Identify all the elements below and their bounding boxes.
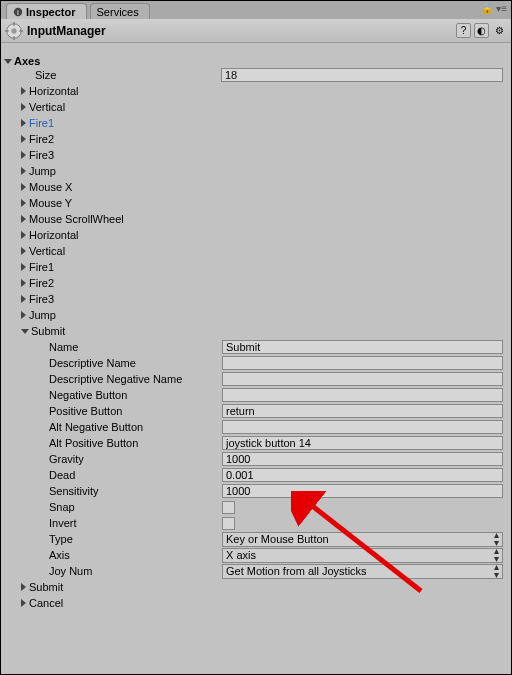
type-dropdown[interactable]: Key or Mouse Button▴▾ [222,532,503,547]
invert-checkbox[interactable] [222,517,235,530]
foldout-closed-icon [21,167,26,175]
help-button[interactable]: ? [456,23,471,38]
axes-item-label: Fire1 [29,261,54,273]
descriptive-negative-name-field-label: Descriptive Negative Name [35,373,222,385]
svg-rect-4 [13,22,15,26]
foldout-closed-icon [21,87,26,95]
axes-item[interactable]: Vertical [3,243,505,259]
foldout-closed-icon [21,583,26,591]
foldout-closed-icon [21,199,26,207]
snap-checkbox-label: Snap [35,501,222,513]
negative-button-field[interactable] [222,388,503,402]
positive-button-field-label: Positive Button [35,405,222,417]
axes-item[interactable]: Mouse X [3,179,505,195]
descriptive-name-field-label: Descriptive Name [35,357,222,369]
axes-item[interactable]: Cancel [3,595,505,611]
dropdown-arrow-icon: ▴▾ [494,563,499,579]
lock-icon[interactable]: 🔒 [481,3,493,14]
axes-item-label: Vertical [29,101,65,113]
axes-item[interactable]: Fire2 [3,275,505,291]
axes-item[interactable]: Vertical [3,99,505,115]
axes-item-label: Cancel [29,597,63,609]
axes-item-label: Fire2 [29,277,54,289]
gravity-field-label: Gravity [35,453,222,465]
axes-item-label: Fire3 [29,293,54,305]
axes-item[interactable]: Mouse ScrollWheel [3,211,505,227]
tab-inspector[interactable]: i Inspector [6,3,87,19]
axes-item-label: Jump [29,165,56,177]
axes-item[interactable]: Fire3 [3,147,505,163]
axes-foldout[interactable]: Axes [3,55,505,67]
alt-positive-button-field[interactable] [222,436,503,450]
axes-item[interactable]: Fire1 [3,259,505,275]
sensitivity-field-label: Sensitivity [35,485,222,497]
descriptive-name-field[interactable] [222,356,503,370]
context-gear-button[interactable]: ⚙ [492,23,507,38]
axes-item-label: Mouse ScrollWheel [29,213,124,225]
axes-item[interactable]: Horizontal [3,83,505,99]
axes-item-label: Horizontal [29,229,79,241]
axes-item[interactable]: Mouse Y [3,195,505,211]
snap-checkbox[interactable] [222,501,235,514]
axes-item[interactable]: Fire2 [3,131,505,147]
axes-label: Axes [14,55,40,67]
size-input[interactable] [221,68,503,82]
alt-negative-button-field[interactable] [222,420,503,434]
type-dropdown-label: Type [35,533,222,545]
joynum-dropdown-label: Joy Num [35,565,222,577]
axes-item[interactable]: Fire1 [3,115,505,131]
tab-services[interactable]: Services [90,3,150,19]
component-title: InputManager [27,24,106,38]
axes-item[interactable]: Fire3 [3,291,505,307]
axes-item[interactable]: Jump [3,307,505,323]
axes-item[interactable]: Jump [3,163,505,179]
negative-button-field-label: Negative Button [35,389,222,401]
foldout-open-icon [21,329,29,334]
svg-point-3 [11,28,16,33]
foldout-closed-icon [21,295,26,303]
foldout-closed-icon [21,279,26,287]
panel-options-icon[interactable]: ▾≡ [496,3,507,14]
axes-list: HorizontalVerticalFire1Fire2Fire3JumpMou… [3,83,505,611]
sensitivity-field[interactable] [222,484,503,498]
svg-rect-7 [19,30,23,32]
panel-menu-icons[interactable]: 🔒 ▾≡ [481,3,507,14]
dead-field[interactable] [222,468,503,482]
axis-dropdown[interactable]: X axis▴▾ [222,548,503,563]
preset-icon: ◐ [477,25,486,36]
axes-item[interactable]: Submit [3,579,505,595]
axes-item-label: Submit [31,325,65,337]
foldout-closed-icon [21,135,26,143]
info-icon: i [13,7,23,17]
axes-item-label: Fire1 [29,117,54,129]
joynum-dropdown-value: Get Motion from all Joysticks [226,565,367,577]
foldout-open-icon [4,59,12,64]
component-header: InputManager ? ◐ ⚙ [1,19,511,43]
axes-item-label: Horizontal [29,85,79,97]
joynum-dropdown[interactable]: Get Motion from all Joysticks▴▾ [222,564,503,579]
foldout-closed-icon [21,263,26,271]
gravity-field[interactable] [222,452,503,466]
axis-dropdown-value: X axis [226,549,256,561]
dead-field-label: Dead [35,469,222,481]
axes-item-label: Submit [29,581,63,593]
svg-rect-5 [13,36,15,40]
name-field[interactable] [222,340,503,354]
tab-label: Inspector [26,6,76,18]
descriptive-negative-name-field[interactable] [222,372,503,386]
preset-button[interactable]: ◐ [474,23,489,38]
foldout-closed-icon [21,183,26,191]
inspector-body: Axes Size HorizontalVerticalFire1Fire2Fi… [1,43,511,619]
alt-positive-button-field-label: Alt Positive Button [35,437,222,449]
positive-button-field[interactable] [222,404,503,418]
axes-item[interactable]: Submit [3,323,505,339]
svg-text:i: i [17,8,19,15]
axes-item[interactable]: Horizontal [3,227,505,243]
axes-item-label: Mouse Y [29,197,72,209]
name-field-label: Name [35,341,222,353]
tab-bar: i Inspector Services 🔒 ▾≡ [1,1,511,19]
foldout-closed-icon [21,231,26,239]
gear-icon [5,22,23,40]
gear-small-icon: ⚙ [495,25,504,36]
size-label: Size [35,69,221,81]
